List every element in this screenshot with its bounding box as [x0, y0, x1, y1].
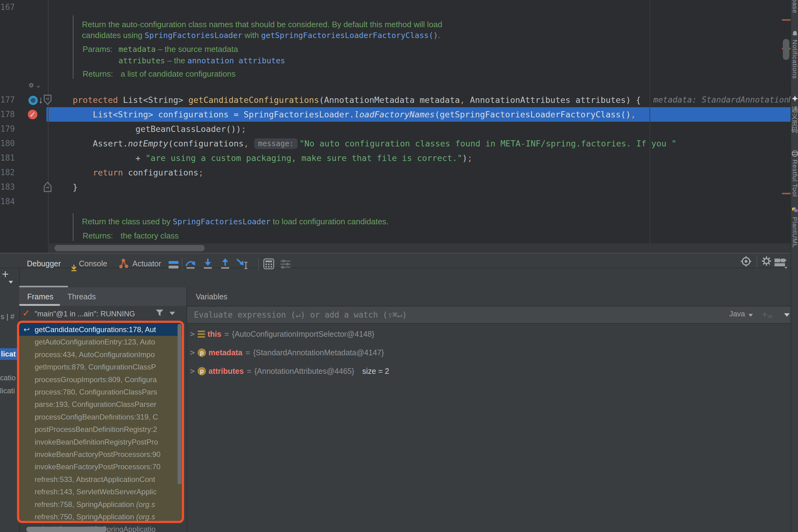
- code-line-177[interactable]: protected List<String> getCandidateConfi…: [73, 93, 641, 107]
- frame-row-16[interactable]: refresh:750, SpringApplication (org.s: [19, 510, 182, 523]
- breakpoint-icon[interactable]: ✓: [28, 110, 37, 119]
- frame-label: invokeBeanFactoryPostProcessors:70: [35, 462, 161, 471]
- stripe-item-5[interactable]: PlantUML: [791, 217, 798, 248]
- frame-row-6[interactable]: process:780, ConfigurationClassPars: [19, 385, 182, 398]
- layout-settings-icon[interactable]: [280, 259, 291, 269]
- frames-hscrollbar-thumb[interactable]: [26, 527, 107, 532]
- frames-variables-divider[interactable]: [186, 287, 187, 532]
- frame-label: getCandidateConfigurations:178, Aut: [35, 325, 156, 334]
- code-line-179[interactable]: getBeanClassLoader());: [135, 122, 246, 136]
- focus-icon[interactable]: [741, 256, 751, 267]
- debugger-inline-hint: metadata: StandardAnnotationMe: [653, 93, 791, 107]
- frame-label-package: (org.s: [136, 513, 155, 521]
- chevron-down-icon[interactable]: [9, 281, 13, 284]
- code-token: }: [73, 180, 78, 194]
- frame-row-3[interactable]: process:434, AutoConfigurationImpo: [19, 348, 182, 361]
- layout-icon[interactable]: [775, 259, 787, 269]
- code-line-178[interactable]: List<String> configurations = SpringFact…: [93, 107, 636, 122]
- frame-row-1[interactable]: ↩getCandidateConfigurations:178, Aut: [19, 323, 182, 336]
- frame-row-2[interactable]: getAutoConfigurationEntry:123, Auto: [19, 336, 182, 348]
- code-editor[interactable]: 167177178179180181182183184 ↓ ✓ ⚙ ⌄ Retu…: [0, 0, 798, 253]
- doc-label: Returns:: [83, 68, 113, 79]
- frame-label: refresh:533, AbstractApplicationCont: [35, 475, 155, 483]
- editor-vscrollbar-thumb[interactable]: [783, 39, 789, 60]
- left-fragment-selected[interactable]: licat: [0, 348, 18, 360]
- expand-chevron-icon[interactable]: >: [187, 366, 198, 376]
- restful-icon[interactable]: [792, 150, 798, 157]
- tongyi-icon[interactable]: [792, 95, 798, 102]
- frame-label: refresh:143, ServletWebServerApplic: [35, 488, 157, 496]
- gutter-down-arrow-icon[interactable]: ↓: [38, 93, 43, 107]
- doc-link[interactable]: SpringFactoriesLoader: [173, 217, 270, 226]
- doc-render-toggle-icon[interactable]: ⚙ ⌄: [29, 81, 41, 89]
- code-token: List<String>: [123, 93, 188, 107]
- doc-text: .: [438, 31, 440, 40]
- expand-chevron-icon[interactable]: >: [187, 329, 198, 339]
- line-number-183: 183: [0, 180, 15, 194]
- tab-console[interactable]: Console: [79, 259, 107, 268]
- code-line-182[interactable]: return configurations;: [93, 165, 203, 180]
- language-dropdown-icon[interactable]: [748, 314, 753, 317]
- frame-row-14[interactable]: refresh:143, ServletWebServerApplic: [19, 486, 182, 498]
- frames-vscrollbar-thumb[interactable]: [178, 324, 182, 484]
- evaluate-expression-icon[interactable]: [263, 258, 275, 270]
- fold-end-icon[interactable]: [43, 182, 52, 192]
- frame-row-10[interactable]: invokeBeanDefinitionRegistryPostPro: [19, 436, 182, 448]
- stripe-item-4[interactable]: Restful Tool: [791, 159, 798, 197]
- watch-dropdown-icon[interactable]: [784, 313, 790, 317]
- editor-hscrollbar[interactable]: [48, 244, 791, 253]
- code-line-181[interactable]: + "are using a custom packaging, make su…: [135, 151, 472, 165]
- editor-hscrollbar-thumb[interactable]: [54, 245, 205, 251]
- stripe-item-3[interactable]: 通义灵码: [791, 106, 798, 133]
- stripe-item-1[interactable]: base: [791, 0, 798, 14]
- evaluate-expression-input[interactable]: Evaluate expression (↵) or add a watch (…: [187, 306, 791, 324]
- plantuml-icon[interactable]: [792, 206, 798, 213]
- frame-row-8[interactable]: processConfigBeanDefinitions:319, C: [19, 411, 182, 423]
- frame-row-11[interactable]: invokeBeanFactoryPostProcessors:90: [19, 448, 182, 461]
- doc-link[interactable]: SpringFactoriesLoader: [144, 31, 242, 40]
- step-out-icon[interactable]: [219, 258, 231, 270]
- frame-row-12[interactable]: invokeBeanFactoryPostProcessors:70: [19, 460, 182, 473]
- step-over-icon[interactable]: [184, 258, 197, 270]
- line-number-167: 167: [0, 0, 15, 15]
- filter-icon[interactable]: [155, 309, 164, 317]
- frame-label: refresh:758, SpringApplication: [35, 500, 136, 509]
- add-icon[interactable]: +: [2, 268, 9, 281]
- expand-chevron-icon[interactable]: >: [187, 348, 198, 357]
- tab-frames[interactable]: Frames: [27, 292, 54, 301]
- doc-link[interactable]: getSpringFactoriesLoaderFactoryClass(): [261, 31, 438, 40]
- language-selector[interactable]: Java: [729, 309, 745, 318]
- variable-row-this[interactable]: >this={AutoConfigurationImportSelector@4…: [187, 325, 651, 343]
- thread-dropdown-icon[interactable]: [169, 312, 175, 315]
- code-line-183[interactable]: }: [73, 180, 78, 194]
- doc-link[interactable]: annotation attributes: [187, 56, 285, 65]
- stripe-item-2[interactable]: Notifications: [791, 40, 798, 79]
- frame-row-7[interactable]: parse:193, ConfigurationClassParser: [19, 398, 182, 411]
- frame-row-9[interactable]: postProcessBeanDefinitionRegistry:2: [19, 423, 182, 436]
- frame-row-13[interactable]: refresh:533, AbstractApplicationCont: [19, 473, 182, 486]
- fold-collapse-icon[interactable]: [43, 95, 52, 105]
- variable-row-attributes[interactable]: >pattributes={AnnotationAttributes@4465}…: [187, 362, 651, 380]
- tab-actuator[interactable]: Actuator: [132, 259, 161, 268]
- step-into-icon[interactable]: [202, 258, 214, 270]
- code-token: getCandidateConfigurations: [188, 93, 319, 107]
- gear-icon[interactable]: [761, 255, 772, 267]
- thread-status[interactable]: "main"@1 in ...ain": RUNNING: [35, 309, 135, 318]
- frame-row-5[interactable]: processGroupImports:809, Configura: [19, 373, 182, 386]
- variable-row-metadata[interactable]: >pmetadata={StandardAnnotationMetadata@4…: [187, 343, 651, 362]
- toolbar-separator: [182, 258, 182, 270]
- frame-row-4[interactable]: getImports:879, ConfigurationClassP: [19, 361, 182, 373]
- scrollbar-mark: [782, 193, 791, 194]
- bell-icon[interactable]: [792, 30, 798, 37]
- code-line-180[interactable]: Assert.notEmpty(configurations, message:…: [93, 136, 676, 151]
- stack-lines-icon[interactable]: [168, 261, 179, 270]
- line-number-177: 177: [0, 93, 15, 107]
- execution-point-icon[interactable]: [29, 96, 38, 105]
- run-to-cursor-icon[interactable]: [236, 258, 249, 270]
- add-watch-icon[interactable]: +oo: [762, 309, 772, 320]
- code-token: (AnnotationMetadata metadata: [319, 93, 460, 107]
- tab-debugger[interactable]: Debugger: [27, 259, 61, 268]
- frame-row-15[interactable]: refresh:758, SpringApplication (org.s: [19, 498, 182, 511]
- tab-threads[interactable]: Threads: [68, 292, 96, 301]
- code-token: ): [463, 151, 467, 165]
